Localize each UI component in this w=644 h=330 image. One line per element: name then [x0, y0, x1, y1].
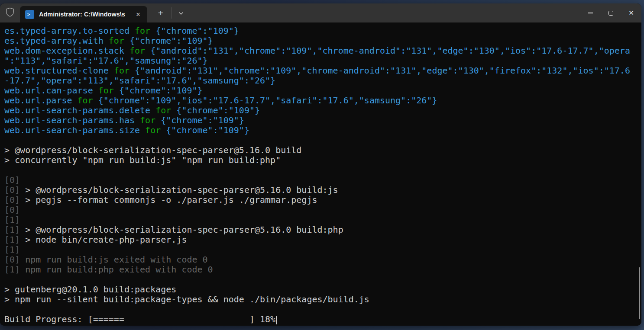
powershell-icon: >_: [25, 10, 34, 19]
maximize-icon: [608, 11, 613, 16]
terminal-line: [1] > node bin/create-php-parser.js: [4, 235, 641, 245]
tab-close-icon[interactable]: ✕: [133, 9, 144, 20]
terminal-line: -17.7","opera":"113","safari":"17.6","sa…: [4, 76, 641, 86]
terminal-line: [4, 135, 641, 145]
terminal-line: web.url-search-params.size for {"chrome"…: [4, 125, 641, 135]
terminal-line: [4, 275, 641, 285]
new-tab-button[interactable]: +: [154, 6, 167, 19]
tab-administrator[interactable]: >_ Administrator: C:\Windows\s ✕: [20, 6, 147, 22]
terminal-line: [0] npm run build:js exited with code 0: [4, 255, 641, 265]
terminal-line: [1]: [4, 215, 641, 225]
terminal-line: > gutenberg@20.1.0 build:packages: [4, 285, 641, 295]
terminal-line: es.typed-array.with for {"chrome":"109"}: [4, 36, 641, 46]
terminal-line: ":"113","safari":"17.6","samsung":"26"}: [4, 56, 641, 66]
tabbar-divider: [172, 7, 172, 19]
admin-shield-icon: [6, 7, 14, 19]
terminal-line: [1] npm run build:php exited with code 0: [4, 265, 641, 275]
minimize-icon: [588, 13, 593, 13]
chevron-down-icon: [178, 9, 184, 17]
terminal-line: Build Progress: [====== ] 18%: [4, 314, 641, 324]
scrollbar-thumb[interactable]: [639, 267, 640, 319]
tab-title: Administrator: C:\Windows\s: [39, 11, 133, 18]
window-controls: ✕: [580, 3, 641, 22]
terminal-line: [4, 165, 641, 175]
terminal-line: [1]: [4, 245, 641, 255]
terminal-line: [0] > @wordpress/block-serialization-spe…: [4, 185, 641, 195]
terminal-line: web.url.parse for {"chrome":"109","ios":…: [4, 96, 641, 106]
tab-dropdown-button[interactable]: [175, 6, 188, 19]
close-icon: ✕: [628, 9, 634, 17]
terminal-line: web.dom-exception.stack for {"android":"…: [4, 46, 641, 56]
terminal-window: >_ Administrator: C:\Windows\s ✕ + ✕: [0, 3, 641, 326]
maximize-button[interactable]: [601, 3, 621, 22]
terminal-line: web.url-search-params.has for {"chrome":…: [4, 115, 641, 125]
terminal-line: > npm run --silent build:package-types &…: [4, 295, 641, 304]
terminal-line: web.structured-clone for {"android":"131…: [4, 66, 641, 76]
close-button[interactable]: ✕: [621, 3, 641, 22]
terminal-cursor: [276, 316, 277, 324]
terminal-line: web.url-search-params.delete for {"chrom…: [4, 106, 641, 115]
title-bar[interactable]: >_ Administrator: C:\Windows\s ✕ + ✕: [0, 3, 641, 22]
terminal-line: > concurrently "npm run build:js" "npm r…: [4, 155, 641, 165]
terminal-output[interactable]: es.typed-array.to-sorted for {"chrome":"…: [0, 22, 641, 326]
terminal-line: [0]: [4, 175, 641, 185]
admin-shield-wrapper: [0, 3, 20, 22]
terminal-line: [0] > pegjs --format commonjs -o ./parse…: [4, 195, 641, 205]
minimize-button[interactable]: [580, 3, 601, 22]
terminal-line: [1] > @wordpress/block-serialization-spe…: [4, 225, 641, 235]
terminal-line: [4, 304, 641, 314]
terminal-line: [0]: [4, 205, 641, 215]
terminal-line: es.typed-array.to-sorted for {"chrome":"…: [4, 26, 641, 36]
terminal-line: web.url.can-parse for {"chrome":"109"}: [4, 86, 641, 96]
terminal-line: > @wordpress/block-serialization-spec-pa…: [4, 145, 641, 155]
